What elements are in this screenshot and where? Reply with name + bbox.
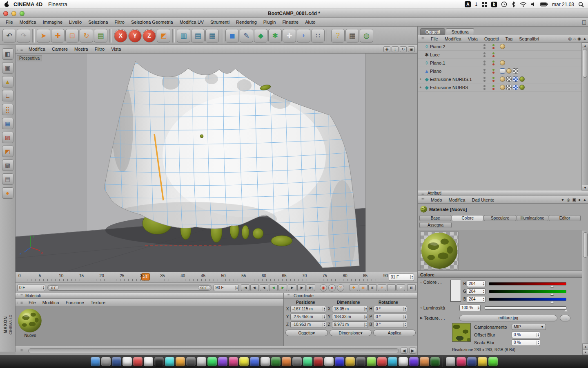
- coord-field-z-2[interactable]: -10.953 m▲▼: [290, 321, 326, 328]
- scroll-left-arrow[interactable]: ◀: [401, 348, 408, 354]
- appmenu-immagine[interactable]: Immagine: [40, 20, 66, 25]
- phong-tag[interactable]: [500, 60, 505, 65]
- visibility-dot[interactable]: [483, 55, 486, 57]
- om-menu-tag[interactable]: Tag: [502, 36, 516, 41]
- dock-app-3[interactable]: [112, 357, 121, 366]
- appmenu-finestre[interactable]: Finestre: [279, 20, 302, 25]
- dock-app-31[interactable]: [409, 357, 419, 366]
- time-machine-icon[interactable]: [501, 1, 507, 7]
- attr-menu-modo[interactable]: Modo: [428, 197, 445, 202]
- scala-blur-field[interactable]: 0 % ▲▼: [512, 339, 540, 346]
- stepper[interactable]: ▲▼: [482, 289, 485, 294]
- timeline-tick-85[interactable]: 85: [363, 274, 368, 278]
- window-titlebar[interactable]: BootCAMP_0001.c4d *: [0, 9, 588, 18]
- luminosita-field[interactable]: 100 % ▲▼: [459, 305, 481, 311]
- object-row[interactable]: ◊Piano.1: [418, 59, 582, 67]
- tab-oggetti[interactable]: Oggetti: [420, 28, 445, 35]
- render-dot[interactable]: [492, 63, 494, 65]
- materials-list[interactable]: Nuovo: [16, 306, 283, 346]
- material-preview-sphere[interactable]: [421, 232, 458, 269]
- channel-field-r[interactable]: 204▲▼: [467, 280, 486, 287]
- materials-scrollbar[interactable]: ◀ ▶: [16, 346, 417, 355]
- render-dot[interactable]: [492, 80, 494, 82]
- viewport-menu-camere[interactable]: Camere: [49, 47, 71, 52]
- expand-triangle-icon[interactable]: ▶: [420, 316, 423, 320]
- dock-app-7[interactable]: [154, 357, 164, 366]
- dock-app-18[interactable]: [271, 357, 281, 366]
- visibility-dots[interactable]: [480, 43, 489, 50]
- move-icon[interactable]: ✚: [51, 29, 65, 43]
- b-status-icon[interactable]: b: [491, 2, 497, 7]
- texture-mode-icon[interactable]: ▲: [2, 76, 13, 88]
- uv-mode-icon[interactable]: ▩: [2, 159, 13, 171]
- dock-app-16[interactable]: [250, 357, 259, 366]
- panel-grip[interactable]: [419, 198, 426, 202]
- appmenu-livello[interactable]: Livello: [66, 20, 85, 25]
- dock-app-23[interactable]: [324, 357, 334, 366]
- appmenu-seleziona-geometria[interactable]: Seleziona Geometria: [128, 20, 176, 25]
- applica-button[interactable]: Applica: [373, 330, 416, 336]
- timeline-tick-20[interactable]: 20: [100, 274, 104, 278]
- timeline-ruler[interactable]: 31 051015202530354045505560657075808590: [16, 273, 389, 282]
- dolly-view-icon[interactable]: ↕: [392, 46, 399, 52]
- dock-app-17[interactable]: [261, 357, 270, 366]
- render-dot[interactable]: [492, 61, 494, 63]
- dock-app-15[interactable]: [239, 357, 249, 366]
- lock-z-button[interactable]: Z: [143, 29, 156, 43]
- render-dot[interactable]: [492, 88, 494, 90]
- stepper[interactable]: ▲▼: [403, 307, 406, 311]
- luminosita-slider[interactable]: [485, 306, 566, 310]
- luminosita-stepper[interactable]: ▲▼: [477, 306, 480, 310]
- stepper[interactable]: ▲▼: [482, 297, 485, 301]
- active-app-name[interactable]: CINEMA 4D: [13, 1, 42, 7]
- dock-app-12[interactable]: [207, 357, 217, 366]
- undo-icon[interactable]: ↶: [2, 29, 16, 43]
- next-key-button[interactable]: |▶: [297, 284, 306, 291]
- dock-app-20[interactable]: [292, 357, 302, 366]
- timeline-tick-55[interactable]: 55: [241, 274, 246, 278]
- phong-tag[interactable]: [500, 44, 505, 49]
- frame-stepper[interactable]: ▲▼: [410, 275, 413, 279]
- battery-icon[interactable]: [540, 2, 548, 7]
- channel-slider-b[interactable]: [489, 298, 566, 301]
- timeline-tick-45[interactable]: 45: [201, 274, 205, 278]
- range-slider-right-grip[interactable]: 90 F: [198, 285, 210, 290]
- range-slider-left-grip[interactable]: 0 F: [49, 285, 59, 290]
- render-dots[interactable]: [489, 67, 498, 75]
- object-name[interactable]: Piano.1: [430, 61, 480, 65]
- object-name[interactable]: Piano: [430, 69, 480, 74]
- grid-snap-icon[interactable]: ▦: [359, 284, 368, 291]
- scroll-down-arrow[interactable]: ▼: [582, 185, 588, 191]
- appmenu-strumenti[interactable]: Strumenti: [207, 20, 233, 25]
- scrollbar-thumb[interactable]: [583, 49, 587, 78]
- menubar-clock[interactable]: mar 21.03: [552, 2, 574, 7]
- timeline-tick-70[interactable]: 70: [302, 274, 307, 278]
- wifi-icon[interactable]: [520, 2, 527, 7]
- polygons-mode-icon[interactable]: ▨: [2, 132, 13, 143]
- scroll-up-arrow[interactable]: ▲: [582, 43, 588, 48]
- coord-field-z-2[interactable]: 9.971 m▲▼: [332, 321, 368, 328]
- dock-app-37[interactable]: [478, 357, 487, 366]
- texture-tag[interactable]: [506, 85, 512, 90]
- materials-menu-modifica[interactable]: Modifica: [39, 300, 62, 305]
- selection-tag[interactable]: [500, 68, 505, 74]
- home-icon[interactable]: ⌂: [573, 36, 576, 41]
- scroll-up-arrow[interactable]: ▲: [582, 343, 588, 349]
- viewport-3d-scene[interactable]: Y X Z: [16, 54, 365, 272]
- object-name[interactable]: Luce: [430, 52, 480, 57]
- quantize-icon[interactable]: ∷: [387, 284, 396, 291]
- visibility-dots[interactable]: [480, 83, 489, 91]
- dock-app-13[interactable]: [218, 357, 227, 366]
- range-end-field[interactable]: 90 F ▲▼: [214, 285, 239, 291]
- dock-app-8[interactable]: [165, 357, 174, 366]
- om-menu-vista[interactable]: Vista: [465, 36, 481, 41]
- tab-struttura[interactable]: Struttura: [446, 28, 474, 35]
- slider-marker[interactable]: [550, 285, 554, 287]
- stepper[interactable]: ▲▼: [364, 307, 367, 311]
- timeline-tick-35[interactable]: 35: [160, 274, 165, 278]
- dock-app-14[interactable]: [229, 357, 238, 366]
- coordinates-header[interactable]: Coordinate: [284, 293, 417, 299]
- timeline-tick-80[interactable]: 80: [343, 274, 347, 278]
- om-menu-oggetti[interactable]: Oggetti: [481, 36, 502, 41]
- appmenu-modifica[interactable]: Modifica: [16, 20, 40, 25]
